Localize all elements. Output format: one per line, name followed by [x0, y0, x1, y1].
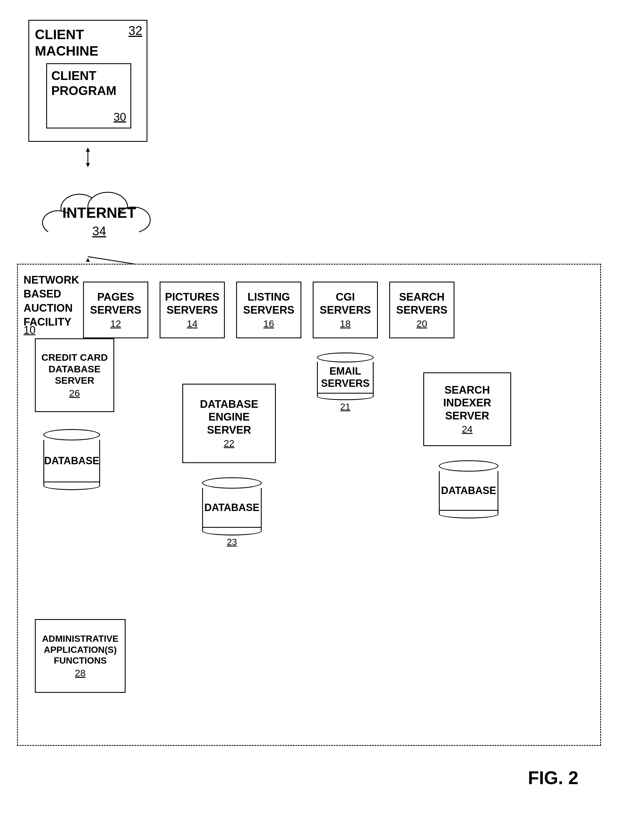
pictures-servers-box: PICTURESSERVERS 14: [160, 282, 225, 338]
cgi-servers-number: 18: [340, 318, 351, 329]
listing-servers-box: LISTINGSERVERS 16: [236, 282, 301, 338]
pages-servers-number: 12: [110, 318, 121, 329]
client-machine-box: CLIENT MACHINE 32 CLIENT PROGRAM 30: [28, 20, 148, 142]
pages-servers-box: PAGESSERVERS 12: [83, 282, 148, 338]
facility-box: NETWORK BASED AUCTION FACILITY 10 PAGESS…: [17, 264, 601, 746]
diagram-container: CLIENT MACHINE 32 CLIENT PROGRAM 30 INTE…: [17, 11, 601, 805]
search-indexer-database-cylinder: DATABASE: [432, 460, 506, 518]
cgi-servers-box: CGISERVERS 18: [313, 282, 378, 338]
search-indexer-label: SEARCHINDEXERSERVER: [444, 384, 491, 423]
facility-number: 10: [23, 324, 35, 336]
client-machine-number: 32: [128, 23, 142, 38]
cc-database-cylinder: DATABASE: [35, 429, 108, 490]
facility-label: NETWORK BASED AUCTION FACILITY: [23, 273, 79, 329]
figure-label: FIG. 2: [528, 767, 578, 788]
db-engine-server-number: 22: [224, 438, 235, 449]
internet-label: INTERNET: [45, 204, 153, 221]
db-engine-server-label: DATABASEENGINESERVER: [200, 398, 258, 437]
svg-marker-14: [86, 258, 90, 262]
cc-db-server-box: CREDIT CARDDATABASESERVER 26: [35, 338, 114, 412]
admin-app-number: 28: [75, 667, 85, 679]
facility-label-text2: BASED: [23, 287, 79, 301]
search-servers-number: 20: [416, 318, 427, 329]
admin-app-box: ADMINISTRATIVEAPPLICATION(S)FUNCTIONS 28: [35, 619, 126, 693]
email-servers-cylinder: EMAILSERVERS 21: [310, 353, 381, 412]
facility-label-text3: AUCTION: [23, 301, 79, 315]
facility-label-text: NETWORK: [23, 273, 79, 287]
svg-marker-10: [86, 163, 90, 167]
client-program-number: 30: [114, 111, 127, 123]
internet-cloud: INTERNET 34: [45, 187, 153, 238]
db-engine-database-cylinder: DATABASE 23: [197, 477, 267, 547]
client-program-box: CLIENT PROGRAM 30: [46, 63, 131, 128]
admin-app-label: ADMINISTRATIVEAPPLICATION(S)FUNCTIONS: [42, 633, 119, 666]
pictures-servers-number: 14: [187, 318, 198, 329]
client-program-label: CLIENT PROGRAM: [51, 68, 130, 98]
pages-servers-label: PAGESSERVERS: [90, 291, 142, 316]
pictures-servers-label: PICTURESSERVERS: [165, 291, 220, 316]
cgi-servers-label: CGISERVERS: [320, 291, 371, 316]
internet-number: 34: [45, 224, 153, 238]
search-indexer-server-box: SEARCHINDEXERSERVER 24: [423, 373, 511, 446]
search-indexer-number: 24: [462, 424, 473, 435]
search-servers-label: SEARCHSERVERS: [396, 291, 448, 316]
search-servers-box: SEARCHSERVERS 20: [389, 282, 454, 338]
listing-servers-label: LISTINGSERVERS: [243, 291, 294, 316]
db-engine-server-box: DATABASEENGINESERVER 22: [182, 384, 276, 463]
svg-marker-11: [86, 147, 90, 152]
cc-db-server-label: CREDIT CARDDATABASESERVER: [41, 352, 108, 386]
cc-db-server-number: 26: [69, 388, 80, 399]
listing-servers-number: 16: [264, 318, 274, 329]
